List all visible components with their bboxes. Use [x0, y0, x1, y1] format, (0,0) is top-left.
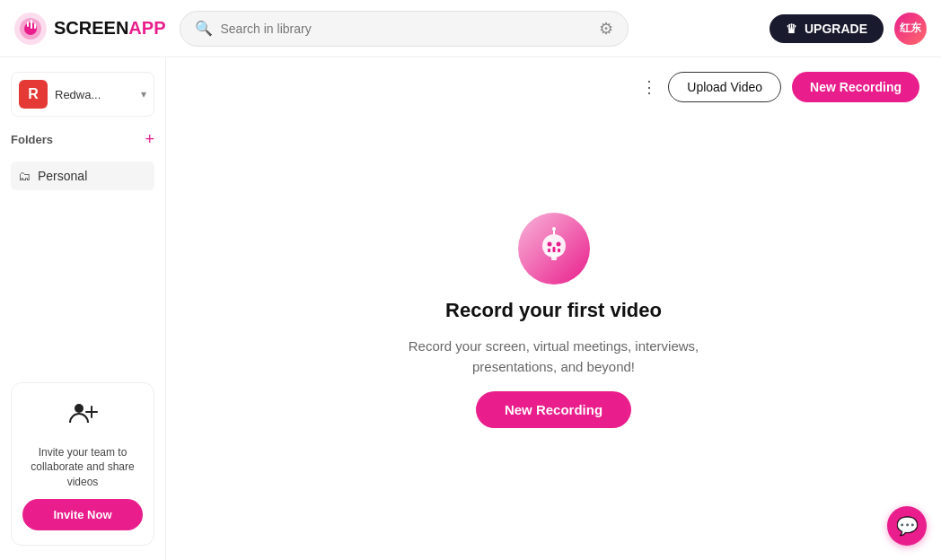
svg-point-6 — [75, 404, 84, 413]
avatar[interactable]: 红东 — [894, 13, 927, 45]
upload-video-button[interactable]: Upload Video — [668, 72, 781, 102]
chat-bubble[interactable]: 💬 — [887, 506, 927, 546]
crown-icon: ♛ — [786, 22, 797, 36]
upgrade-button[interactable]: ♛ UPGRADE — [770, 14, 884, 43]
add-folder-button[interactable]: + — [145, 131, 154, 147]
svg-rect-3 — [27, 22, 29, 27]
folders-label: Folders — [11, 133, 53, 146]
logo-text: SCREENAPP — [54, 18, 165, 39]
empty-new-recording-button[interactable]: New Recording — [476, 391, 631, 428]
invite-now-button[interactable]: Invite Now — [22, 499, 143, 530]
robot-icon — [532, 226, 576, 271]
invite-card: Invite your team to collaborate and shar… — [11, 382, 154, 546]
empty-state-subtitle: Record your screen, virtual meetings, in… — [374, 337, 734, 377]
svg-point-11 — [547, 242, 551, 247]
sidebar-item-personal[interactable]: 🗂 Personal — [11, 162, 154, 190]
header: SCREENAPP 🔍 ⚙ ♛ UPGRADE 红东 — [0, 0, 941, 57]
svg-rect-18 — [551, 257, 557, 260]
folder-name: Personal — [38, 169, 87, 183]
add-team-icon — [66, 398, 99, 436]
workspace-name: Redwa... — [55, 88, 134, 101]
empty-state-title: Record your first video — [445, 299, 662, 322]
new-recording-button[interactable]: New Recording — [792, 72, 919, 102]
search-bar[interactable]: 🔍 ⚙ — [180, 11, 629, 47]
chat-icon: 💬 — [896, 515, 919, 537]
logo-icon — [14, 13, 47, 45]
more-options-button[interactable]: ⋮ — [641, 77, 657, 97]
svg-rect-5 — [34, 23, 36, 29]
main-content: ⋮ Upload Video New Recording — [166, 57, 941, 560]
folders-header: Folders + — [11, 131, 154, 147]
empty-state: Record your first video Record your scre… — [166, 117, 941, 560]
invite-description: Invite your team to collaborate and shar… — [22, 445, 143, 490]
workspace-icon: R — [19, 80, 48, 109]
main-toolbar: ⋮ Upload Video New Recording — [166, 57, 941, 117]
svg-rect-14 — [552, 247, 555, 252]
svg-rect-4 — [31, 20, 32, 29]
sidebar: R Redwa... ▾ Folders + 🗂 Personal — [0, 57, 166, 560]
robot-icon-wrapper — [518, 213, 590, 284]
workspace-selector[interactable]: R Redwa... ▾ — [11, 72, 154, 117]
svg-point-12 — [556, 242, 560, 247]
svg-rect-15 — [558, 249, 560, 252]
header-right: ♛ UPGRADE 红东 — [770, 13, 927, 45]
filter-icon[interactable]: ⚙ — [599, 19, 613, 39]
search-input[interactable] — [220, 22, 592, 36]
logo: SCREENAPP — [14, 13, 165, 45]
search-icon: 🔍 — [195, 20, 213, 37]
chevron-down-icon: ▾ — [141, 88, 146, 101]
svg-point-17 — [552, 227, 556, 231]
svg-rect-13 — [548, 249, 550, 252]
folder-icon: 🗂 — [18, 169, 31, 183]
layout: R Redwa... ▾ Folders + 🗂 Personal — [0, 57, 941, 560]
